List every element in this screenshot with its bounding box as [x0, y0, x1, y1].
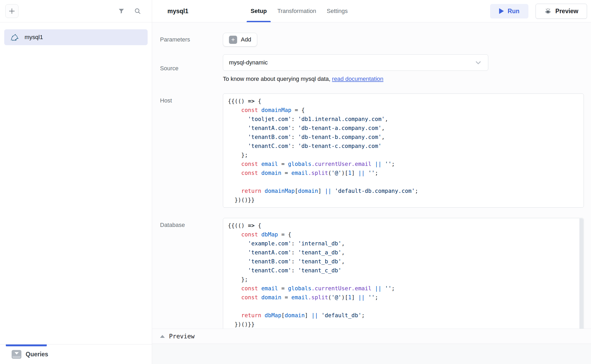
play-icon	[499, 8, 504, 14]
tab-bar: Setup Transformation Settings	[247, 0, 352, 22]
source-label: Source	[160, 65, 223, 72]
panel-footer: Queries	[0, 344, 152, 364]
filter-icon[interactable]	[116, 6, 126, 16]
query-item-label: mysql1	[25, 34, 43, 41]
active-panel-indicator	[6, 344, 47, 346]
host-row: Host {{(() => { const domainMap = { 'too…	[160, 94, 584, 208]
eye-icon	[544, 7, 552, 15]
preview-button[interactable]: Preview	[536, 4, 587, 19]
queries-panel-icon	[12, 350, 21, 359]
header-actions: Run Preview	[490, 4, 587, 19]
query-sidebar: mysql1 Queries	[0, 0, 152, 364]
database-label: Database	[160, 218, 223, 228]
tab-transformation[interactable]: Transformation	[273, 0, 320, 22]
chevron-up-icon	[160, 335, 165, 338]
parameters-label: Parameters	[160, 36, 223, 43]
plus-icon: +	[229, 36, 237, 44]
tab-settings[interactable]: Settings	[323, 0, 352, 22]
query-editor-window: mysql1 Queries mysql1 Setup Transformati…	[0, 0, 591, 364]
preview-section-body	[152, 344, 591, 364]
source-row: Source mysql-dynamic To know more about …	[160, 54, 584, 82]
read-documentation-link[interactable]: read documentation	[332, 76, 383, 82]
source-help-text: To know more about querying mysql data, …	[223, 76, 584, 82]
preview-section-header[interactable]: Preview	[152, 329, 591, 344]
plus-icon	[8, 7, 16, 15]
database-code-editor[interactable]: {{(() => { const dbMap = { 'example.com'…	[223, 218, 584, 329]
query-editor-panel: mysql1 Setup Transformation Settings Run	[152, 0, 591, 364]
host-code-editor[interactable]: {{(() => { const domainMap = { 'tooljet.…	[223, 94, 584, 208]
source-select-value: mysql-dynamic	[229, 59, 268, 66]
source-select[interactable]: mysql-dynamic	[223, 54, 488, 71]
mysql-dolphin-icon	[10, 32, 20, 42]
search-icon[interactable]	[132, 6, 143, 16]
sidebar-toolbar	[0, 0, 152, 22]
editor-scrollbar[interactable]	[579, 218, 583, 329]
queries-panel-toggle[interactable]: Queries	[12, 350, 48, 359]
add-query-button[interactable]	[5, 4, 18, 18]
tab-setup[interactable]: Setup	[247, 0, 271, 22]
query-editor-header: mysql1 Setup Transformation Settings Run	[152, 0, 591, 22]
queries-panel-label: Queries	[26, 351, 48, 358]
database-row: Database {{(() => { const dbMap = { 'exa…	[160, 218, 584, 329]
run-button[interactable]: Run	[490, 4, 528, 18]
host-label: Host	[160, 94, 223, 104]
add-parameter-button[interactable]: + Add	[223, 33, 257, 46]
query-title: mysql1	[167, 8, 247, 15]
chevron-down-icon	[475, 59, 482, 66]
query-list-item-mysql1[interactable]: mysql1	[4, 29, 148, 45]
setup-form: Parameters + Add Source mysql-dynamic	[152, 22, 591, 329]
query-list: mysql1	[0, 22, 152, 344]
parameters-row: Parameters + Add	[160, 33, 584, 46]
preview-section-label: Preview	[169, 333, 195, 340]
